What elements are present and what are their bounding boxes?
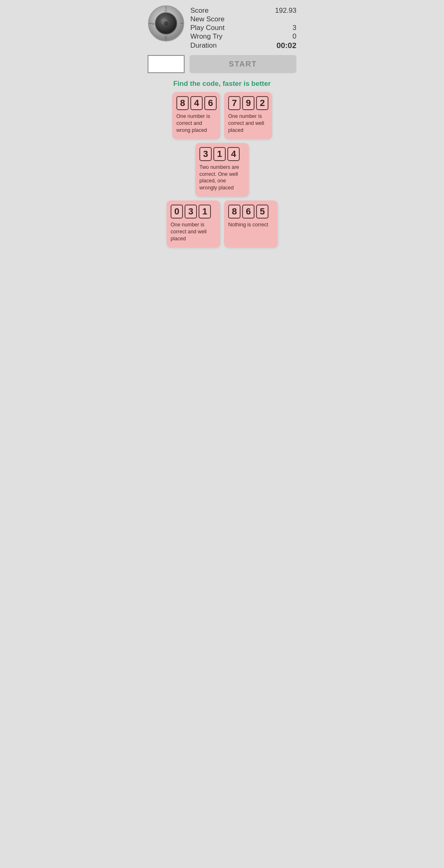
digits-row-1: 8 4 6 [176, 96, 217, 110]
digits-row-2: 7 9 2 [228, 96, 268, 110]
duration-label: Duration [190, 41, 217, 50]
safe-dial-icon: 10 20 30 [148, 5, 185, 42]
digit-2-2: 9 [242, 96, 254, 110]
play-count-value: 3 [293, 24, 296, 32]
guess-hint-5: Nothing is correct [228, 221, 268, 228]
score-label: Score [190, 7, 208, 15]
digit-4-2: 3 [185, 205, 197, 219]
digit-1-1: 8 [176, 96, 189, 110]
svg-text:30: 30 [152, 23, 155, 25]
duration-row: Duration 00:02 [190, 41, 296, 50]
digit-1-2: 4 [190, 96, 203, 110]
digit-4-3: 1 [199, 205, 211, 219]
new-score-label: New Score [190, 15, 224, 23]
digit-1-3: 6 [204, 96, 217, 110]
duration-value: 00:02 [276, 41, 296, 50]
stats-panel: Score 192.93 New Score Play Count 3 Wron… [190, 5, 296, 50]
guess-hint-2: One number is correct and well placed [228, 113, 268, 134]
start-button[interactable]: START [190, 55, 296, 73]
subtitle-text: Find the code, faster is better [142, 77, 302, 92]
digits-row-4: 0 3 1 [171, 205, 211, 219]
digit-4-1: 0 [171, 205, 183, 219]
digit-2-3: 2 [256, 96, 268, 110]
svg-point-10 [164, 22, 168, 25]
digits-row-3: 3 1 4 [199, 147, 240, 161]
svg-text:10: 10 [164, 9, 167, 12]
guess-card-3: 3 1 4 Two numbers are correct. One well … [195, 143, 249, 197]
wrong-try-label: Wrong Try [190, 32, 222, 41]
play-count-row: Play Count 3 [190, 24, 296, 32]
digit-3-1: 3 [199, 147, 212, 161]
play-count-label: Play Count [190, 24, 224, 32]
guesses-row2: 0 3 1 One number is correct and well pla… [142, 200, 302, 247]
new-score-row: New Score [190, 15, 296, 23]
digit-5-1: 8 [228, 205, 240, 219]
guess-card-4: 0 3 1 One number is correct and well pla… [166, 200, 220, 247]
guess-card-5: 8 6 5 Nothing is correct [224, 200, 278, 247]
guess-hint-3: Two numbers are correct. One well placed… [199, 164, 245, 192]
code-input-box[interactable] [148, 55, 185, 73]
svg-text:20: 20 [164, 36, 167, 38]
digits-row-5: 8 6 5 [228, 205, 268, 219]
score-row: Score 192.93 [190, 7, 296, 15]
guesses-grid: 8 4 6 One number is correct and wrong pl… [142, 92, 302, 196]
digit-5-2: 6 [242, 205, 254, 219]
digit-3-3: 4 [227, 147, 240, 161]
score-value: 192.93 [275, 7, 296, 15]
controls-section: START [142, 53, 302, 77]
guess-hint-1: One number is correct and wrong placed [176, 113, 216, 134]
guess-card-1: 8 4 6 One number is correct and wrong pl… [172, 92, 220, 139]
wrong-try-row: Wrong Try 0 [190, 32, 296, 41]
digit-5-3: 5 [256, 205, 268, 219]
guess-card-2: 7 9 2 One number is correct and well pla… [224, 92, 272, 139]
digit-3-2: 1 [213, 147, 226, 161]
wrong-try-value: 0 [293, 32, 296, 41]
header-section: 10 20 30 Score 192.93 New Score Play Cou… [142, 0, 302, 53]
guess-hint-4: One number is correct and well placed [171, 221, 216, 242]
digit-2-1: 7 [228, 96, 240, 110]
